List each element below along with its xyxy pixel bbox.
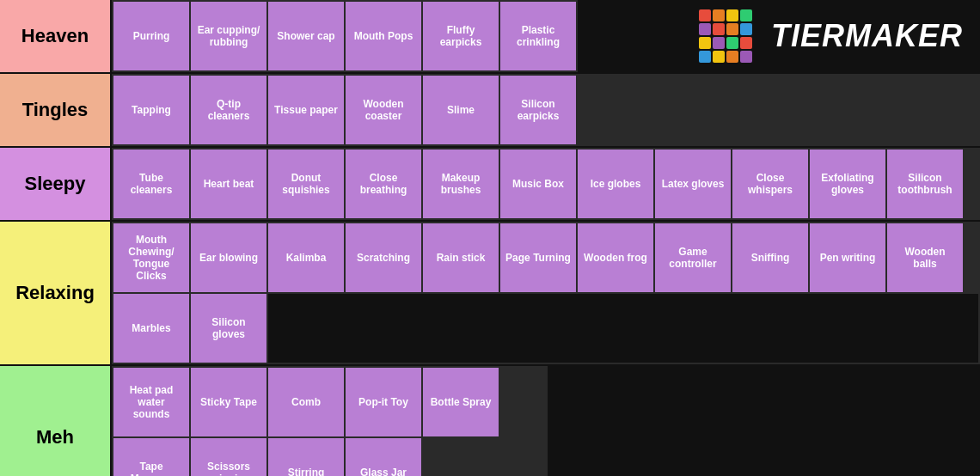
meh-filler (548, 366, 980, 476)
list-item: Tape Measure (113, 438, 189, 476)
list-item: Exfoliating gloves (810, 150, 885, 218)
list-item: Latex gloves (655, 150, 731, 218)
list-item: Glass Jar (346, 438, 421, 476)
meh-items: Heat pad water sounds Sticky Tape Comb P… (112, 366, 548, 476)
list-item: Wooden frog (578, 223, 653, 292)
logo-grid (699, 9, 752, 63)
meh-label: Meh (0, 366, 112, 476)
list-item: Ear blowing (191, 223, 266, 292)
list-item: Game controller (655, 223, 731, 292)
list-item: Music Box (500, 150, 576, 218)
list-item: Ice globes (578, 150, 653, 218)
list-item: Heart beat (191, 150, 266, 218)
tingles-label: Tingles (0, 74, 112, 146)
list-item: Scissors snipping (191, 438, 266, 476)
logo-cell (699, 51, 711, 63)
list-item: Scratching (346, 223, 421, 292)
meh-row: Meh Heat pad water sounds Sticky Tape Co… (0, 366, 980, 476)
logo-text: TiERMAKER (771, 18, 963, 54)
heaven-row: Heaven Purring Ear cupping/ rubbing Show… (0, 0, 980, 74)
list-item: Sticky Tape (191, 368, 266, 436)
tingles-row: Tingles Tapping Q-tip cleaners Tissue pa… (0, 74, 980, 148)
list-item: Kalimba (268, 223, 344, 292)
list-item: Plastic crinkling (500, 2, 576, 70)
logo-area: TiERMAKER (578, 0, 980, 72)
list-item: Wooden balls (887, 223, 963, 292)
logo-cell (699, 37, 711, 49)
list-item: Ear cupping/ rubbing (191, 2, 266, 70)
list-item: Bottle Spray (423, 368, 499, 436)
list-item: Tube cleaners (113, 150, 189, 218)
list-item: Page Turning (500, 223, 576, 292)
list-item: Close breathing (346, 150, 421, 218)
relaxing-row: Relaxing Mouth Chewing/ Tongue Clicks Ea… (0, 222, 980, 366)
list-item: Tapping (113, 76, 189, 144)
relaxing-items: Mouth Chewing/ Tongue Clicks Ear blowing… (112, 222, 980, 364)
logo-cell (740, 9, 752, 21)
relaxing-row-2: Marbles Silicon gloves (113, 294, 978, 363)
tingles-items: Tapping Q-tip cleaners Tissue paper Wood… (112, 74, 980, 146)
list-item: Fluffy earpicks (423, 2, 499, 70)
logo-cell (713, 23, 725, 35)
sleepy-row: Sleepy Tube cleaners Heart beat Donut sq… (0, 148, 980, 222)
logo-cell (726, 37, 738, 49)
list-item: Silicon toothbrush (887, 150, 963, 218)
logo-cell (726, 9, 738, 21)
logo-cell (726, 23, 738, 35)
list-item: Mouth Chewing/ Tongue Clicks (113, 223, 189, 292)
list-item: Pen writing (810, 223, 885, 292)
logo-cell (713, 9, 725, 21)
list-item: Stirring (268, 438, 344, 476)
list-item: Heat pad water sounds (113, 368, 189, 436)
logo-cell (740, 51, 752, 63)
relaxing-row-1: Mouth Chewing/ Tongue Clicks Ear blowing… (113, 223, 978, 292)
list-item: Wooden coaster (346, 76, 421, 144)
list-item: Silicon earpicks (500, 76, 576, 144)
list-item: Slime (423, 76, 499, 144)
list-item: Makeup brushes (423, 150, 499, 218)
relaxing-label: Relaxing (0, 222, 112, 364)
logo-cell (740, 23, 752, 35)
relaxing-filler (268, 294, 978, 363)
heaven-label: Heaven (0, 0, 112, 72)
logo-cell (740, 37, 752, 49)
list-item: Silicon gloves (191, 294, 266, 363)
list-item: Q-tip cleaners (191, 76, 266, 144)
list-item: Purring (113, 2, 189, 70)
logo-cell (699, 23, 711, 35)
list-item: Donut squishies (268, 150, 344, 218)
list-item: Pop-it Toy (346, 368, 421, 436)
heaven-items: Purring Ear cupping/ rubbing Shower cap … (112, 0, 578, 72)
logo-cell (713, 51, 725, 63)
list-item: Shower cap (268, 2, 344, 70)
tiermaker-container: Heaven Purring Ear cupping/ rubbing Show… (0, 0, 980, 476)
sleepy-items: Tube cleaners Heart beat Donut squishies… (112, 148, 980, 220)
list-item: Comb (268, 368, 344, 436)
sleepy-label: Sleepy (0, 148, 112, 220)
logo-cell (726, 51, 738, 63)
logo-cell (699, 9, 711, 21)
list-item: Rain stick (423, 223, 499, 292)
list-item: Tissue paper (268, 76, 344, 144)
list-item: Marbles (113, 294, 189, 363)
list-item: Sniffing (732, 223, 808, 292)
list-item: Mouth Pops (346, 2, 421, 70)
list-item: Close whispers (732, 150, 808, 218)
logo-cell (713, 37, 725, 49)
